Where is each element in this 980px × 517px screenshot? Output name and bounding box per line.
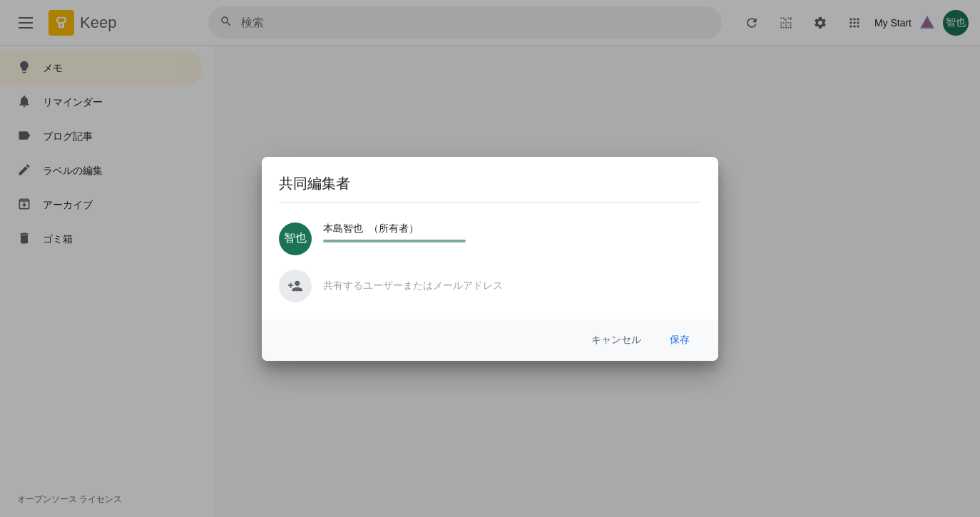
owner-bar (323, 240, 466, 242)
dialog-content: 智也 本島智也 （所有者） 共有するユーザーまたはメールアドレス (262, 217, 718, 319)
dialog-divider (279, 202, 701, 203)
dialog-header: 共同編集者 (262, 157, 718, 217)
owner-avatar: 智也 (279, 222, 312, 255)
modal-overlay[interactable]: 共同編集者 智也 本島智也 （所有者） (0, 0, 980, 517)
owner-info: 本島智也 （所有者） (323, 222, 701, 242)
save-button[interactable]: 保存 (658, 328, 701, 352)
add-person-icon (279, 270, 312, 302)
owner-name: 本島智也 （所有者） (323, 222, 701, 235)
cancel-button[interactable]: キャンセル (580, 328, 653, 352)
dialog-footer: キャンセル 保存 (262, 319, 718, 361)
dialog-title: 共同編集者 (279, 174, 701, 193)
add-collaborator-row: 共有するユーザーまたはメールアドレス (279, 270, 701, 302)
add-collaborator-placeholder[interactable]: 共有するユーザーまたはメールアドレス (323, 280, 503, 292)
owner-row: 智也 本島智也 （所有者） (279, 222, 701, 255)
collaborator-dialog: 共同編集者 智也 本島智也 （所有者） (262, 157, 718, 361)
